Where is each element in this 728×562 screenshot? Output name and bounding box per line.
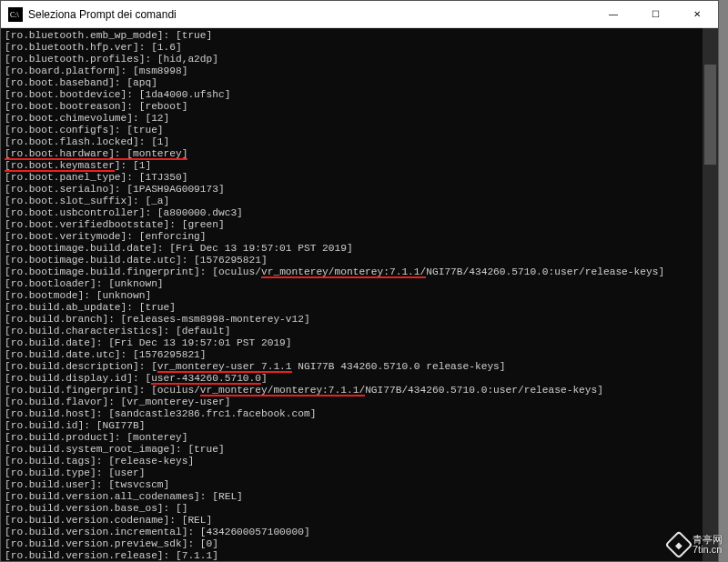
terminal-line: [ro.build.date]: [Fri Dec 13 19:57:01 PS… <box>5 337 714 349</box>
terminal-line: [ro.build.version.release]: [7.1.1] <box>5 550 714 561</box>
terminal-line: [ro.bootloader]: [unknown] <box>5 278 714 290</box>
terminal-line: [ro.build.flavor]: [vr_monterey-user] <box>5 396 714 408</box>
terminal-line: [ro.bluetooth.emb_wp_mode]: [true] <box>5 30 714 42</box>
terminal-line: [ro.boot.hardware]: [monterey] <box>5 148 714 160</box>
terminal-line: [ro.build.id]: [NGI77B] <box>5 420 714 432</box>
terminal-line: [ro.build.description]: [vr_monterey-use… <box>5 361 714 373</box>
terminal-line: [ro.bootmode]: [unknown] <box>5 290 714 302</box>
titlebar[interactable]: C:\ Seleziona Prompt dei comandi — ☐ ✕ <box>1 1 718 28</box>
terminal-line: [ro.boot.baseband]: [apq] <box>5 77 714 89</box>
maximize-button[interactable]: ☐ <box>634 1 676 28</box>
terminal-line: [ro.boot.bootdevice]: [1da4000.ufshc] <box>5 89 714 101</box>
terminal-output[interactable]: [ro.bluetooth.emb_wp_mode]: [true][ro.bl… <box>1 28 718 561</box>
terminal-line: [ro.build.ab_update]: [true] <box>5 302 714 314</box>
terminal-line: [ro.build.product]: [monterey] <box>5 432 714 444</box>
close-button[interactable]: ✕ <box>676 1 718 28</box>
terminal-line: [ro.build.system_root_image]: [true] <box>5 444 714 456</box>
terminal-line: [ro.build.user]: [twsvcscm] <box>5 479 714 491</box>
scrollbar-thumb[interactable] <box>704 65 716 165</box>
terminal-line: [ro.build.characteristics]: [default] <box>5 326 714 337</box>
terminal-line: [ro.boot.configfs]: [true] <box>5 125 714 136</box>
command-prompt-window: C:\ Seleziona Prompt dei comandi — ☐ ✕ [… <box>0 0 719 562</box>
svg-text:C:\: C:\ <box>10 11 20 19</box>
terminal-line: [ro.board.platform]: [msm8998] <box>5 65 714 77</box>
terminal-line: [ro.build.tags]: [release-keys] <box>5 456 714 467</box>
terminal-line: [ro.build.date.utc]: [1576295821] <box>5 349 714 361</box>
terminal-line: [ro.boot.chimevolume]: [12] <box>5 113 714 125</box>
terminal-line: [ro.boot.slot_suffix]: [_a] <box>5 196 714 207</box>
terminal-line: [ro.boot.usbcontroller]: [a800000.dwc3] <box>5 207 714 219</box>
terminal-line: [ro.boot.flash.locked]: [1] <box>5 136 714 148</box>
terminal-line: [ro.build.host]: [sandcastle3286.frc1.fa… <box>5 408 714 420</box>
terminal-line: [ro.bluetooth.profiles]: [hid,a2dp] <box>5 54 714 65</box>
vertical-scrollbar[interactable] <box>703 28 718 561</box>
terminal-line: [ro.boot.serialno]: [1PASH9AG009173] <box>5 184 714 196</box>
terminal-line: [ro.bootimage.build.date]: [Fri Dec 13 1… <box>5 243 714 255</box>
terminal-line: [ro.build.version.base_os]: [] <box>5 503 714 515</box>
terminal-line: [ro.bluetooth.hfp.ver]: [1.6] <box>5 42 714 54</box>
terminal-line: [ro.build.fingerprint]: [oculus/vr_monte… <box>5 385 714 396</box>
watermark-logo-icon: ◆ <box>664 530 693 558</box>
terminal-line: [ro.build.branch]: [releases-msm8998-mon… <box>5 314 714 326</box>
terminal-line: [ro.build.version.incremental]: [4342600… <box>5 527 714 538</box>
terminal-line: [ro.bootimage.build.date.utc]: [15762958… <box>5 255 714 266</box>
cmd-icon: C:\ <box>8 7 23 22</box>
terminal-line: [ro.boot.keymaster]: [1] <box>5 160 714 172</box>
terminal-line: [ro.boot.veritymode]: [enforcing] <box>5 231 714 243</box>
terminal-line: [ro.build.version.codename]: [REL] <box>5 515 714 527</box>
minimize-button[interactable]: — <box>592 1 634 28</box>
terminal-line: [ro.bootimage.build.fingerprint]: [oculu… <box>5 266 714 278</box>
watermark-text-2: 7tin.cn <box>693 545 723 555</box>
terminal-line: [ro.build.display.id]: [user-434260.5710… <box>5 373 714 385</box>
watermark: ◆ 青亭网 7tin.cn <box>669 535 723 555</box>
terminal-line: [ro.boot.verifiedbootstate]: [green] <box>5 219 714 231</box>
terminal-line: [ro.boot.panel_type]: [1TJ350] <box>5 172 714 184</box>
terminal-line: [ro.build.version.all_codenames]: [REL] <box>5 491 714 503</box>
terminal-line: [ro.build.version.preview_sdk]: [0] <box>5 538 714 550</box>
terminal-line: [ro.boot.bootreason]: [reboot] <box>5 101 714 113</box>
terminal-line: [ro.build.type]: [user] <box>5 467 714 479</box>
window-title: Seleziona Prompt dei comandi <box>28 8 177 21</box>
